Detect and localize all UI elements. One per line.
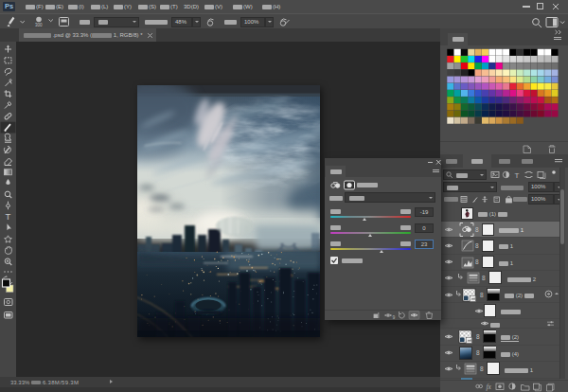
svg-text:T: T <box>6 211 11 222</box>
svg-text:T: T <box>515 171 520 180</box>
svg-text:fx: fx <box>487 383 492 391</box>
svg-text:9: 9 <box>393 314 396 320</box>
